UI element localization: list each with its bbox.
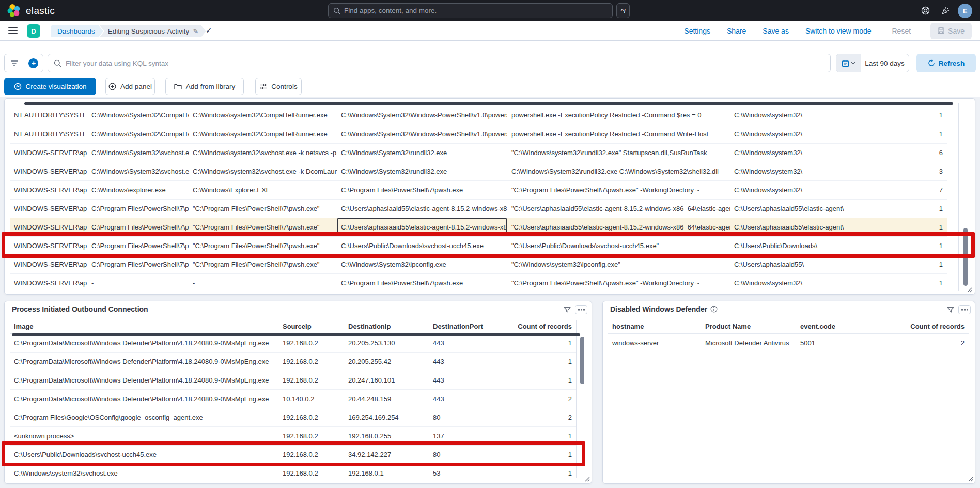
user-avatar[interactable]: E	[958, 4, 972, 18]
cell-user: WINDOWS-SERVER\aphasiaaid55	[10, 218, 87, 236]
cell-parent-command: "C:\Program Files\PowerShell\7\pwsh.exe"	[189, 218, 337, 236]
horizontal-scrollbar[interactable]	[24, 102, 953, 105]
table-row[interactable]: WINDOWS-SERVER\aphasiaaid55 - - C:\Progr…	[10, 273, 947, 292]
horizontal-scrollbar[interactable]	[12, 333, 580, 336]
search-icon	[333, 7, 340, 14]
menu-hamburger-icon[interactable]	[8, 27, 18, 35]
table-row[interactable]: C:\ProgramData\Microsoft\Windows Defende…	[10, 333, 576, 352]
add-filter-button[interactable]: +	[24, 54, 43, 72]
table-row[interactable]: <unknown process> 192.168.0.2 192.168.0.…	[10, 426, 576, 445]
table-row[interactable]: WINDOWS-SERVER\aphasiaaid55 C:\Program F…	[10, 255, 947, 273]
table-row[interactable]: C:\Windows\system32\svchost.exe 192.168.…	[10, 464, 576, 482]
deployment-badge[interactable]: D	[27, 24, 40, 38]
cell-count: 2	[504, 389, 576, 408]
time-range-value[interactable]: Last 90 days	[861, 54, 909, 72]
calendar-dropdown-button[interactable]	[836, 54, 861, 72]
sliders-icon	[259, 83, 267, 90]
cell-destination-port: 443	[429, 333, 504, 352]
panel-options-button[interactable]	[575, 305, 587, 314]
table-row[interactable]: WINDOWS-SERVER\aphasiaaid55 C:\Windows\S…	[10, 162, 947, 180]
table-row[interactable]: C:\ProgramData\Microsoft\Windows Defende…	[10, 352, 576, 371]
save-button[interactable]: Save	[930, 23, 972, 39]
col-count[interactable]: Count of records	[504, 320, 576, 333]
panel-options-button[interactable]	[958, 305, 971, 314]
col-event-code[interactable]: event.code	[796, 320, 880, 333]
cell-count: 1	[853, 273, 947, 292]
col-hostname[interactable]: hostname	[608, 320, 701, 333]
folder-icon	[174, 83, 182, 90]
share-link[interactable]: Share	[727, 27, 746, 35]
cell-product-name: Microsoft Defender Antivirus	[701, 333, 796, 352]
search-shortcut-badge: ^/	[616, 3, 630, 18]
global-search[interactable]	[328, 3, 613, 18]
breadcrumb: Dashboards Editing Suspicious-Activity ✎	[51, 25, 206, 37]
filter-funnel-icon[interactable]	[947, 307, 954, 313]
brand-wordmark: elastic	[26, 0, 55, 21]
table-row[interactable]: C:\Program Files\Google\OSConfig\google_…	[10, 408, 576, 426]
table-row[interactable]: C:\ProgramData\Microsoft\Windows Defende…	[10, 371, 576, 389]
chevron-down-icon	[851, 62, 855, 65]
panel-resize-handle[interactable]	[968, 476, 973, 482]
cell-source-ip: 192.168.0.2	[278, 445, 344, 464]
global-search-input[interactable]	[344, 7, 592, 14]
panel-resize-handle[interactable]	[584, 476, 590, 482]
settings-link[interactable]: Settings	[684, 27, 710, 35]
controls-button[interactable]: Controls	[255, 78, 302, 95]
table-row[interactable]: WINDOWS-SERVER\aphasiaaid55 C:\Program F…	[10, 236, 947, 255]
switch-view-mode-link[interactable]: Switch to view mode	[805, 27, 872, 35]
reset-link[interactable]: Reset	[892, 27, 911, 35]
cell-source-ip: 192.168.0.2	[278, 426, 344, 445]
cell-image: C:\Users\aphasiaaid55\elastic-agent-8.15…	[337, 218, 507, 236]
info-icon[interactable]	[710, 306, 718, 313]
panel-title: Process Initiated Outbound Connection	[12, 305, 148, 313]
table-row[interactable]: C:\Users\Public\Downloads\svchost-ucch45…	[10, 445, 576, 464]
table-row[interactable]: C:\ProgramData\Microsoft\Windows Defende…	[10, 389, 576, 408]
col-destination-ip[interactable]: DestinationIp	[344, 320, 429, 333]
kql-search-bar[interactable]	[48, 54, 831, 72]
panel-resize-handle[interactable]	[967, 287, 972, 293]
top-app-bar: elastic ^/ E	[0, 0, 980, 21]
add-panel-button[interactable]: Add panel	[105, 78, 155, 95]
create-visualization-button[interactable]: Create visualization	[4, 78, 96, 95]
col-count[interactable]: Count of records	[880, 320, 969, 333]
cell-image: C:\Windows\System32\WindowsPowerShell\v1…	[337, 106, 507, 125]
filter-options-button[interactable]	[5, 54, 24, 72]
col-destination-port[interactable]: DestinationPort	[429, 320, 504, 333]
kql-input[interactable]	[66, 59, 789, 67]
vertical-scrollbar-thumb[interactable]	[963, 228, 968, 286]
cell-parent-image: C:\Program Files\PowerShell\7\pwsh.exe	[87, 218, 189, 236]
cell-source-ip: 192.168.0.2	[278, 371, 344, 389]
table-row[interactable]: WINDOWS-SERVER\aphasiaaid55 C:\Program F…	[10, 199, 947, 218]
cell-command: "C:\Program Files\PowerShell\7\pwsh.exe"…	[507, 180, 730, 199]
plus-circle-icon: +	[28, 58, 38, 68]
cell-user: WINDOWS-SERVER\aphasiaaid55	[10, 273, 87, 292]
boxes-horizontal-icon	[961, 309, 968, 311]
cell-count: 1	[504, 464, 576, 482]
table-row[interactable]: WINDOWS-SERVER\aphasiaaid55 C:\Windows\e…	[10, 180, 947, 199]
vertical-scrollbar-thumb[interactable]	[580, 337, 584, 384]
cell-directory: C:\Windows\system32\	[730, 106, 853, 125]
help-icon[interactable]	[921, 6, 930, 16]
elastic-logo-icon[interactable]	[7, 4, 21, 18]
cell-parent-command: "C:\Program Files\PowerShell\7\pwsh.exe"	[189, 236, 337, 255]
col-product-name[interactable]: Product Name	[701, 320, 796, 333]
col-image[interactable]: Image	[10, 320, 278, 333]
cell-image: <unknown process>	[10, 426, 278, 445]
cell-event-code: 5001	[796, 333, 880, 352]
add-from-library-button[interactable]: Add from library	[165, 78, 244, 95]
refresh-button[interactable]: Refresh	[916, 54, 976, 72]
news-cheer-icon[interactable]	[941, 6, 951, 16]
table-row[interactable]: WINDOWS-SERVER\aphasiaaid55 C:\Windows\S…	[10, 143, 947, 162]
cell-hostname: windows-server	[608, 333, 701, 352]
table-row[interactable]: WINDOWS-SERVER\aphasiaaid55 C:\Program F…	[10, 218, 947, 236]
dashboard-nav-bar: D Dashboards Editing Suspicious-Activity…	[0, 21, 980, 41]
breadcrumb-dashboards[interactable]: Dashboards	[51, 25, 103, 37]
cell-destination-ip: 20.247.160.101	[344, 371, 429, 389]
table-row[interactable]: NT AUTHORITY\SYSTEM C:\Windows\System32\…	[10, 125, 947, 143]
table-row[interactable]: windows-server Microsoft Defender Antivi…	[608, 333, 969, 352]
save-as-link[interactable]: Save as	[763, 27, 789, 35]
filter-funnel-icon[interactable]	[564, 307, 571, 313]
breadcrumb-current[interactable]: Editing Suspicious-Activity ✎	[100, 25, 206, 37]
col-source-ip[interactable]: SourceIp	[278, 320, 344, 333]
table-row[interactable]: NT AUTHORITY\SYSTEM C:\Windows\System32\…	[10, 106, 947, 125]
